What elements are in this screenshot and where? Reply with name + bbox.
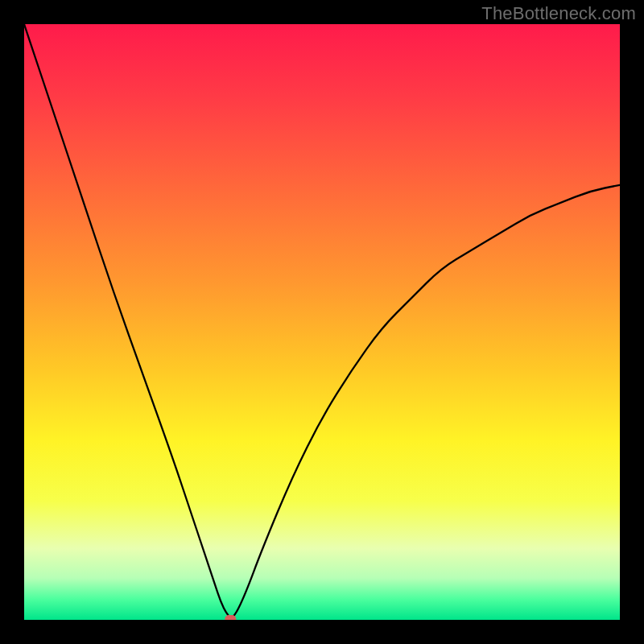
plot-area bbox=[24, 24, 620, 620]
plot-svg bbox=[24, 24, 620, 620]
chart-frame: TheBottleneck.com bbox=[0, 0, 644, 644]
gradient-background bbox=[24, 24, 620, 620]
watermark-text: TheBottleneck.com bbox=[481, 3, 636, 24]
